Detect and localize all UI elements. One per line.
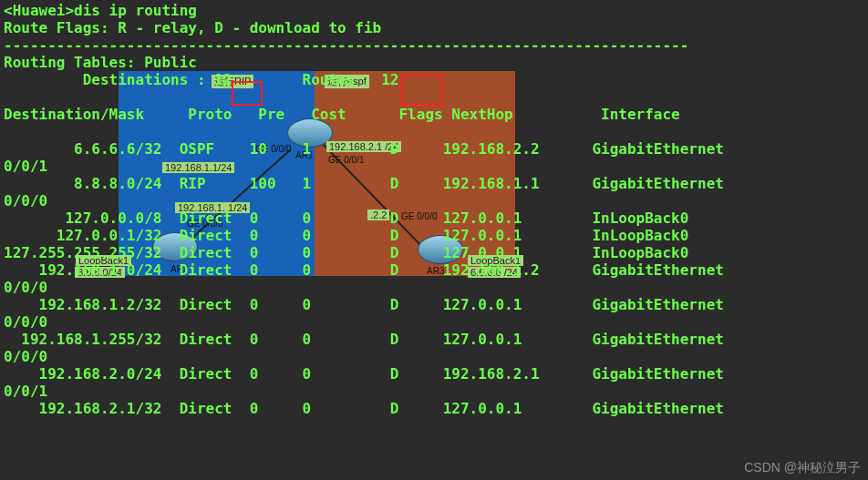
watermark: CSDN @神秘泣男子 — [744, 460, 861, 476]
terminal-output: <Huawei>dis ip routing Route Flags: R - … — [0, 0, 868, 417]
